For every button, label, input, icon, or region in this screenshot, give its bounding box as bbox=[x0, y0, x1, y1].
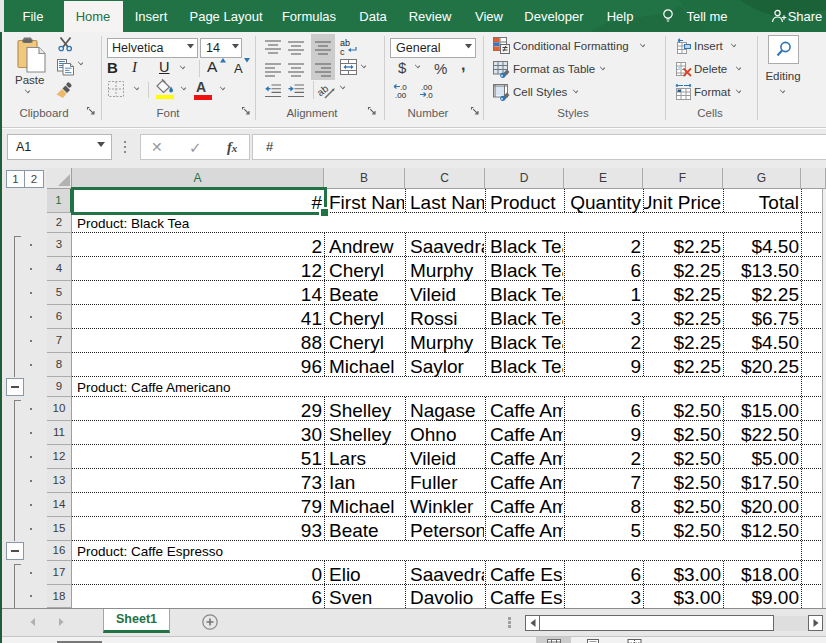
svg-text:c: c bbox=[340, 47, 345, 57]
svg-text:ab: ab bbox=[315, 82, 331, 98]
svg-text:.00: .00 bbox=[395, 91, 407, 100]
svg-text:.0: .0 bbox=[426, 91, 433, 100]
